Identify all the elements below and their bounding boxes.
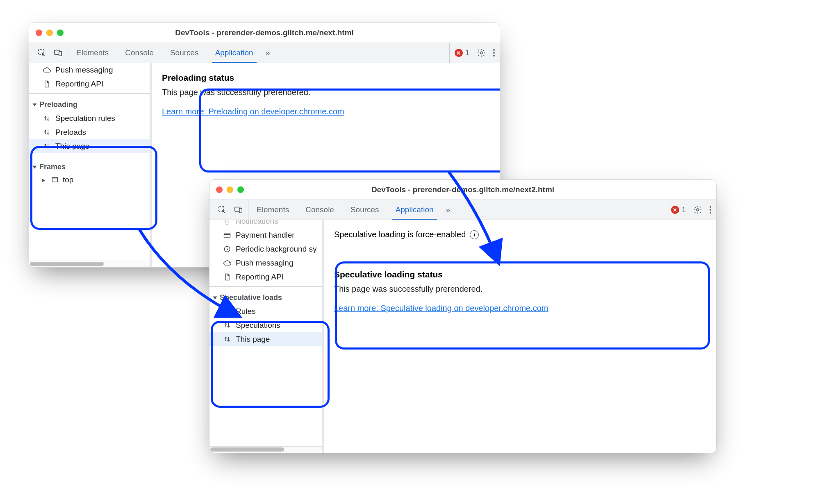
error-badge[interactable]: ✕ 1 (671, 206, 686, 214)
updown-arrows-icon (223, 307, 232, 316)
error-count: 1 (682, 206, 686, 214)
sidebar-item-rules[interactable]: Rules (209, 304, 322, 318)
frame-icon (50, 175, 59, 184)
tab-sources[interactable]: Sources (342, 200, 387, 220)
more-tabs-chevron-icon[interactable]: » (262, 43, 274, 63)
window-title: DevTools - prerender-demos.glitch.me/nex… (29, 23, 500, 43)
sidebar-item-label: Rules (236, 307, 256, 316)
sidebar-item-label: Push messaging (236, 259, 293, 268)
minimize-icon[interactable] (46, 30, 53, 36)
window-title: DevTools - prerender-demos.glitch.me/nex… (209, 180, 716, 200)
maximize-icon[interactable] (237, 186, 244, 193)
learn-more-link[interactable]: Learn more: Preloading on developer.chro… (162, 107, 344, 116)
traffic-lights (216, 186, 244, 193)
kebab-menu-icon[interactable] (493, 49, 495, 57)
sidebar-item-label: Reporting API (55, 79, 103, 89)
scrollbar-thumb[interactable] (210, 447, 284, 452)
panel-text: This page was successfully prerendered. (334, 284, 706, 294)
sidebar-item-notifications[interactable]: Notifications (209, 220, 322, 228)
tab-application[interactable]: Application (207, 43, 262, 63)
svg-rect-7 (239, 208, 242, 213)
devtools-tabbar: Elements Console Sources Application » ✕… (209, 200, 716, 220)
sidebar-item-this-page[interactable]: This page (29, 139, 150, 153)
sidebar-section-frames[interactable]: Frames (29, 159, 150, 174)
svg-rect-9 (224, 233, 230, 237)
main-panel: Speculative loading is force-enabled i S… (324, 220, 716, 453)
devtools-tabbar: Elements Console Sources Application » ✕… (29, 43, 500, 63)
tab-elements[interactable]: Elements (68, 43, 117, 63)
file-icon (223, 272, 232, 282)
info-icon[interactable]: i (470, 230, 479, 239)
error-icon: ✕ (671, 206, 679, 214)
sidebar-item-push-messaging[interactable]: Push messaging (209, 256, 322, 270)
sidebar-section-speculative-loads[interactable]: Speculative loads (209, 289, 322, 304)
sidebar-item-label: Speculation rules (55, 114, 115, 123)
tab-application[interactable]: Application (387, 200, 442, 220)
error-badge[interactable]: ✕ 1 (455, 49, 469, 57)
sidebar-item-label: This page (236, 335, 270, 344)
sidebar-section-preloading[interactable]: Preloading (29, 96, 150, 111)
titlebar: DevTools - prerender-demos.glitch.me/nex… (29, 23, 500, 43)
card-icon (223, 231, 232, 240)
status-text: Speculative loading is force-enabled (334, 230, 466, 239)
inspect-icon[interactable] (37, 48, 46, 57)
minimize-icon[interactable] (227, 186, 233, 193)
maximize-icon[interactable] (57, 30, 64, 36)
sidebar-item-label: Push messaging (55, 66, 113, 75)
svg-point-3 (480, 52, 482, 54)
sidebar-item-preloads[interactable]: Preloads (29, 125, 150, 139)
gear-icon[interactable] (693, 205, 702, 214)
tab-elements[interactable]: Elements (248, 200, 297, 220)
more-tabs-chevron-icon[interactable]: » (442, 200, 455, 220)
inspect-icon[interactable] (218, 205, 227, 214)
svg-point-8 (696, 209, 699, 211)
sidebar-item-this-page[interactable]: This page (209, 332, 322, 346)
titlebar: DevTools - prerender-demos.glitch.me/nex… (209, 180, 716, 200)
sidebar-item-label: top (63, 175, 73, 184)
sidebar: Push messaging Reporting API Preloading … (29, 63, 152, 267)
tab-sources[interactable]: Sources (162, 43, 207, 63)
sidebar-item-label: This page (55, 142, 89, 151)
sidebar-scrollbar[interactable] (29, 261, 150, 267)
sidebar-item-label: Payment handler (236, 231, 295, 240)
sidebar-item-frames-top[interactable]: top (29, 174, 150, 186)
sidebar-item-label: Speculations (236, 321, 280, 330)
sidebar-item-speculation-rules[interactable]: Speculation rules (29, 111, 150, 125)
sidebar-item-periodic-bg-sync[interactable]: Periodic background sy (209, 242, 322, 256)
sidebar-item-payment-handler[interactable]: Payment handler (209, 228, 322, 242)
divider (29, 93, 150, 94)
device-toolbar-icon[interactable] (234, 205, 243, 214)
sidebar-scrollbar[interactable] (209, 446, 322, 453)
divider (209, 286, 322, 287)
close-icon[interactable] (36, 30, 42, 36)
error-icon: ✕ (455, 49, 463, 57)
cloud-icon (42, 66, 51, 75)
sidebar-item-label: Reporting API (236, 272, 284, 282)
error-count: 1 (465, 49, 469, 57)
close-icon[interactable] (216, 186, 223, 193)
device-toolbar-icon[interactable] (54, 48, 63, 57)
panel-text: This page was successfully prerendered. (162, 88, 490, 97)
updown-arrows-icon (223, 335, 232, 344)
sidebar-item-reporting-api[interactable]: Reporting API (209, 270, 322, 284)
status-line: Speculative loading is force-enabled i (334, 230, 706, 239)
sidebar-item-label: Notifications (236, 220, 278, 226)
bell-icon (223, 220, 232, 226)
sidebar-item-push-messaging[interactable]: Push messaging (29, 63, 150, 77)
divider (29, 156, 150, 156)
learn-more-link[interactable]: Learn more: Speculative loading on devel… (334, 304, 548, 313)
sidebar-item-speculations[interactable]: Speculations (209, 318, 322, 332)
sidebar-item-reporting-api[interactable]: Reporting API (29, 77, 150, 91)
file-icon (42, 79, 51, 89)
scrollbar-thumb[interactable] (30, 262, 104, 266)
svg-rect-2 (59, 51, 61, 56)
gear-icon[interactable] (477, 48, 486, 57)
svg-rect-4 (52, 177, 57, 182)
tab-console[interactable]: Console (297, 200, 342, 220)
clock-icon (223, 245, 232, 254)
tab-console[interactable]: Console (117, 43, 162, 63)
updown-arrows-icon (42, 114, 51, 123)
kebab-menu-icon[interactable] (710, 206, 711, 213)
updown-arrows-icon (42, 142, 51, 151)
sidebar-item-label: Periodic background sy (236, 245, 317, 254)
